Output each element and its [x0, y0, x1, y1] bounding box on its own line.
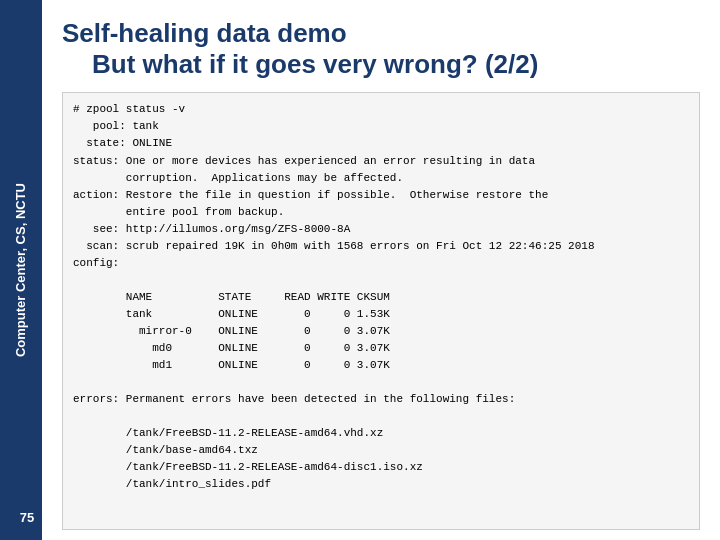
terminal-output: # zpool status -v pool: tank state: ONLI…: [62, 92, 700, 530]
title-line2: But what if it goes very wrong? (2/2): [62, 49, 700, 80]
slide-number: 75: [12, 506, 42, 528]
sidebar-label: Computer Center, CS, NCTU: [13, 183, 30, 357]
title-area: Self-healing data demo But what if it go…: [62, 18, 700, 80]
sidebar: Computer Center, CS, NCTU: [0, 0, 42, 540]
main-content: Self-healing data demo But what if it go…: [42, 0, 720, 540]
title-line1: Self-healing data demo: [62, 18, 700, 49]
